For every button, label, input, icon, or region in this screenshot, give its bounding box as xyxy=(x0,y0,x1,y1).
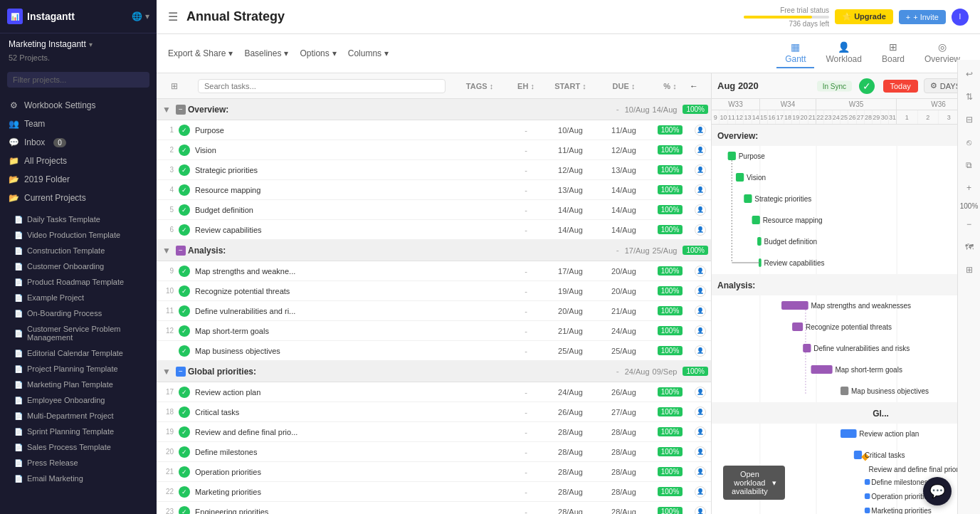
task-name[interactable]: Vision xyxy=(192,146,451,154)
project-item-customer-onboarding[interactable]: 📄 Customer Onboarding xyxy=(0,258,157,274)
assign-icon[interactable]: 👤 xyxy=(695,387,706,398)
columns-button[interactable]: Columns ▾ xyxy=(348,48,389,58)
assign-icon[interactable]: 👤 xyxy=(695,125,706,136)
tab-workload[interactable]: 👤 Workload xyxy=(817,38,870,68)
sidebar-item-team[interactable]: 👥 Team xyxy=(0,115,157,133)
task-name[interactable]: Critical tasks xyxy=(192,408,451,416)
task-name[interactable]: Map business objectives xyxy=(192,347,451,355)
assign-icon[interactable]: 👤 xyxy=(695,466,706,478)
assign-icon[interactable]: 👤 xyxy=(695,285,706,297)
task-name[interactable]: Budget definition xyxy=(192,206,451,214)
group-row-analysis[interactable]: ▼ − Analysis: - 17/Aug25/Aug 100% xyxy=(157,240,711,261)
assign-icon[interactable]: 👤 xyxy=(695,266,706,277)
task-name[interactable]: Operation priorities xyxy=(192,468,451,476)
hamburger-icon[interactable]: ☰ xyxy=(168,10,178,23)
gantt-undo-icon[interactable]: ↩ xyxy=(961,73,978,83)
gantt-filter-icon[interactable]: ⊟ xyxy=(961,111,978,128)
project-item-sprint-planning[interactable]: 📄 Sprint Planning Template xyxy=(0,424,157,439)
assign-icon[interactable]: 👤 xyxy=(695,446,706,458)
globe-icon[interactable]: 🌐 xyxy=(132,11,142,21)
export-share-button[interactable]: Export & Share ▾ xyxy=(168,48,233,58)
nav-arrow-icon[interactable]: ← xyxy=(690,81,698,91)
workspace-selector[interactable]: Marketing Instagantt ▾ xyxy=(0,33,157,52)
assign-icon[interactable]: 👤 xyxy=(695,486,706,498)
assign-icon[interactable]: 👤 xyxy=(695,184,706,196)
gantt-sort-icon[interactable]: ⇅ xyxy=(961,88,978,105)
sidebar-item-current-projects[interactable]: 📂 Current Projects xyxy=(0,189,157,207)
gantt-map-icon[interactable]: 🗺 xyxy=(961,238,978,256)
project-item-email-marketing[interactable]: 📄 Email Marketing xyxy=(0,471,157,486)
assign-icon[interactable]: 👤 xyxy=(695,407,706,418)
open-workload-label: Open workload availability xyxy=(732,470,768,495)
gantt-link-icon[interactable]: ⎋ xyxy=(961,134,978,151)
assign-icon[interactable]: 👤 xyxy=(695,305,706,317)
today-button[interactable]: Today xyxy=(883,80,918,93)
start-col-header[interactable]: START ↕ xyxy=(544,82,597,90)
assign-icon[interactable]: 👤 xyxy=(695,204,706,216)
gantt-zoom-out-icon[interactable]: − xyxy=(961,216,978,233)
baselines-button[interactable]: Baselines ▾ xyxy=(244,48,288,58)
task-name[interactable]: Review and define final prio... xyxy=(192,428,451,436)
sidebar-item-workbook-settings[interactable]: ⚙ Workbook Settings xyxy=(0,96,157,115)
project-item-sales-process[interactable]: 📄 Sales Process Template xyxy=(0,439,157,455)
filter-projects-input[interactable] xyxy=(7,72,149,88)
upgrade-button[interactable]: ⭐ Upgrade xyxy=(835,9,893,24)
gantt-zoom-in-icon[interactable]: + xyxy=(961,179,978,196)
assign-icon[interactable]: 👤 xyxy=(695,325,706,337)
all-projects-label: All Projects xyxy=(24,156,67,166)
project-item-project-planning[interactable]: 📄 Project Planning Template xyxy=(0,361,157,377)
assign-icon[interactable]: 👤 xyxy=(695,345,706,357)
task-name[interactable]: Review action plan xyxy=(192,388,451,397)
assign-icon[interactable]: 👤 xyxy=(695,145,706,156)
gantt-grid-icon[interactable]: ⊞ xyxy=(961,261,978,278)
group-row-global[interactable]: ▼ − Global priorities: - 24/Aug09/Sep 10… xyxy=(157,361,711,382)
project-item-editorial[interactable]: 📄 Editorial Calendar Template xyxy=(0,345,157,361)
invite-button[interactable]: + + Invite xyxy=(899,10,946,24)
sidebar-collapse-icon[interactable]: ▾ xyxy=(145,11,149,21)
project-item-daily-tasks[interactable]: 📄 Daily Tasks Template xyxy=(0,211,157,227)
task-name[interactable]: Purpose xyxy=(192,126,451,135)
project-item-example[interactable]: 📄 Example Project xyxy=(0,290,157,305)
group-row-overview[interactable]: ▼ − Overview: - 10/Aug14/Aug 100% xyxy=(157,99,711,120)
task-name[interactable]: Strategic priorities xyxy=(192,166,451,174)
project-item-product-roadmap[interactable]: 📄 Product Roadmap Template xyxy=(0,274,157,290)
project-item-construction[interactable]: 📄 Construction Template xyxy=(0,243,157,258)
sidebar-item-inbox[interactable]: 💬 Inbox 0 xyxy=(0,133,157,152)
sidebar-item-all-projects[interactable]: 📁 All Projects xyxy=(0,152,157,170)
tab-gantt[interactable]: ▦ Gantt xyxy=(776,38,814,68)
user-avatar[interactable]: I xyxy=(952,9,969,26)
sidebar-item-2019-folder[interactable]: 📂 2019 Folder xyxy=(0,170,157,189)
project-item-customer-service[interactable]: 📄 Customer Service Problem Management xyxy=(0,321,157,345)
search-tasks-input[interactable] xyxy=(198,79,446,93)
project-item-video-production[interactable]: 📄 Video Production Template xyxy=(0,227,157,243)
task-name[interactable]: Define vulnerabilities and ri... xyxy=(192,307,451,315)
project-item-multi-dept[interactable]: 📄 Multi-Department Project xyxy=(0,408,157,424)
assign-icon[interactable]: 👤 xyxy=(695,224,706,236)
add-task-icon[interactable]: ⊞ xyxy=(171,81,178,91)
project-item-marketing-plan[interactable]: 📄 Marketing Plan Template xyxy=(0,377,157,392)
task-name[interactable]: Marketing priorities xyxy=(192,488,451,496)
pct-col-header[interactable]: % ↕ xyxy=(650,82,690,90)
gantt-copy-icon[interactable]: ⧉ xyxy=(961,157,978,174)
eh-col-header[interactable]: EH ↕ xyxy=(508,82,544,90)
tab-board[interactable]: ⊞ Board xyxy=(873,38,913,68)
open-workload-button[interactable]: Open workload availability ▾ xyxy=(723,466,785,500)
chat-button[interactable]: 💬 xyxy=(923,477,952,505)
task-name[interactable]: Engineering priorities xyxy=(192,508,451,515)
project-item-onboarding[interactable]: 📄 On-Boarding Process xyxy=(0,305,157,321)
project-item-employee-onboarding[interactable]: 📄 Employee Onboarding xyxy=(0,392,157,408)
due-col-header[interactable]: DUE ↕ xyxy=(597,82,650,90)
task-name[interactable]: Review capabilities xyxy=(192,226,451,234)
assign-icon[interactable]: 👤 xyxy=(695,426,706,438)
task-name[interactable]: Resource mapping xyxy=(192,186,451,194)
options-button[interactable]: Options ▾ xyxy=(300,48,336,58)
assign-icon[interactable]: 👤 xyxy=(695,164,706,176)
project-item-press-release[interactable]: 📄 Press Release xyxy=(0,455,157,471)
assign-icon[interactable]: 👤 xyxy=(695,506,706,515)
task-name[interactable]: Map short-term goals xyxy=(192,327,451,335)
task-name[interactable]: Recognize potential threats xyxy=(192,287,451,295)
task-name[interactable]: Map strengths and weakne... xyxy=(192,267,451,276)
tags-col-header[interactable]: TAGS ↕ xyxy=(451,82,508,90)
task-name[interactable]: Define milestones xyxy=(192,448,451,456)
week-w35-days: 22 23 24 25 26 27 28 29 30 31 xyxy=(816,110,896,124)
